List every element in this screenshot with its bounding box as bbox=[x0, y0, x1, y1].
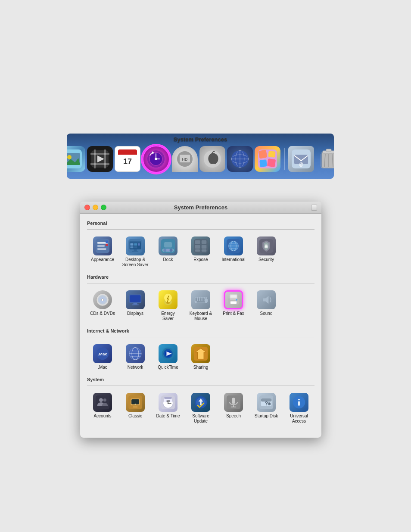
dock-icon-collage[interactable] bbox=[255, 146, 280, 172]
dock-icon-email[interactable]: @ bbox=[288, 146, 314, 172]
svg-rect-68 bbox=[195, 240, 200, 244]
svg-point-158 bbox=[268, 403, 270, 405]
mac-label: .Mac bbox=[98, 365, 107, 370]
startup-icon: ? bbox=[257, 393, 276, 412]
displays-label: Displays bbox=[127, 311, 143, 316]
software-label: SoftwareUpdate bbox=[192, 414, 209, 424]
pref-item-security[interactable]: Security bbox=[251, 234, 282, 270]
pref-item-expose[interactable]: Exposé bbox=[185, 234, 216, 270]
svg-point-64 bbox=[166, 249, 169, 252]
international-label: International bbox=[221, 257, 245, 262]
pref-item-mac[interactable]: .Mac .Mac bbox=[87, 342, 118, 373]
svg-rect-31 bbox=[258, 150, 267, 159]
dock-title: System Preferences bbox=[174, 136, 227, 143]
pref-item-network[interactable]: Network bbox=[120, 342, 151, 373]
section-label-hardware: Hardware bbox=[87, 274, 314, 280]
dock-icon-finder[interactable]: HD bbox=[172, 146, 198, 172]
svg-rect-53 bbox=[130, 241, 141, 243]
section-label-internet: Internet & Network bbox=[87, 328, 314, 333]
svg-rect-100 bbox=[200, 298, 202, 299]
pref-item-cds[interactable]: CDs & DVDs bbox=[87, 288, 118, 324]
pref-item-quicktime[interactable]: QuickTime bbox=[153, 342, 184, 373]
quicktime-label: QuickTime bbox=[158, 365, 178, 370]
svg-rect-95 bbox=[166, 302, 170, 303]
svg-rect-58 bbox=[138, 243, 140, 246]
pref-item-international[interactable]: International bbox=[218, 234, 249, 270]
dock-icon-apple[interactable] bbox=[199, 146, 225, 172]
pref-item-desktop[interactable]: Desktop &Screen Saver bbox=[120, 234, 151, 270]
accounts-label: Accounts bbox=[93, 414, 111, 419]
dock-icon-photos[interactable] bbox=[67, 146, 85, 172]
international-icon bbox=[224, 236, 243, 255]
svg-rect-136 bbox=[131, 399, 139, 404]
security-label: Security bbox=[258, 257, 274, 262]
printfax-icon bbox=[224, 290, 243, 309]
svg-point-161 bbox=[298, 399, 300, 401]
energy-label: EnergySaver bbox=[161, 311, 175, 321]
svg-rect-103 bbox=[196, 299, 197, 301]
svg-rect-8 bbox=[94, 149, 96, 168]
pref-item-displays[interactable]: Displays bbox=[120, 288, 151, 324]
pref-item-accounts[interactable]: Accounts bbox=[87, 390, 118, 426]
svg-rect-115 bbox=[230, 295, 237, 297]
sharing-icon bbox=[191, 344, 210, 363]
pref-item-appearance[interactable]: Appearance bbox=[87, 234, 118, 270]
dock-icon-pref bbox=[159, 236, 177, 255]
svg-rect-32 bbox=[268, 151, 275, 157]
svg-rect-113 bbox=[230, 302, 237, 304]
svg-rect-137 bbox=[133, 406, 138, 408]
dock-icon-globe[interactable] bbox=[227, 146, 253, 172]
pref-item-printfax[interactable]: Print & Fax bbox=[218, 288, 249, 324]
pref-item-keyboard[interactable]: Keyboard &Mouse bbox=[185, 288, 216, 324]
svg-rect-106 bbox=[202, 299, 204, 301]
dock-icon-time-machine[interactable] bbox=[142, 145, 170, 173]
cds-icon bbox=[93, 290, 112, 309]
svg-rect-83 bbox=[265, 246, 268, 248]
sound-label: Sound bbox=[260, 311, 273, 316]
svg-rect-48 bbox=[97, 248, 106, 250]
svg-rect-56 bbox=[130, 243, 133, 246]
pref-item-software[interactable]: SoftwareUpdate bbox=[185, 390, 216, 426]
pref-item-sound[interactable]: Sound bbox=[251, 288, 282, 324]
svg-rect-105 bbox=[200, 299, 202, 301]
appearance-icon bbox=[93, 236, 112, 255]
displays-icon bbox=[126, 290, 145, 309]
svg-rect-71 bbox=[202, 245, 207, 249]
pref-item-classic[interactable]: Classic bbox=[120, 390, 151, 426]
pref-item-sharing[interactable]: Sharing bbox=[185, 342, 216, 373]
svg-point-65 bbox=[170, 249, 173, 252]
svg-rect-73 bbox=[202, 249, 207, 252]
svg-rect-66 bbox=[164, 242, 172, 247]
window-controls bbox=[84, 205, 106, 210]
svg-point-138 bbox=[135, 404, 136, 405]
pref-item-startup[interactable]: ? Startup Disk bbox=[251, 390, 282, 426]
close-button[interactable] bbox=[84, 205, 90, 210]
svg-text:?: ? bbox=[265, 401, 268, 407]
hardware-grid: CDs & DVDs Displays bbox=[87, 288, 314, 324]
minimize-button[interactable] bbox=[93, 205, 98, 210]
dock-label: Dock bbox=[163, 257, 173, 262]
maximize-button[interactable] bbox=[101, 205, 106, 210]
pref-item-speech[interactable]: Speech bbox=[218, 390, 249, 426]
dock-icon-trash[interactable] bbox=[316, 146, 334, 172]
zoom-button[interactable] bbox=[311, 205, 317, 211]
pref-item-datetime[interactable]: 18 Date & Time bbox=[153, 390, 184, 426]
svg-rect-7 bbox=[90, 163, 109, 165]
dock-icon-movie[interactable] bbox=[87, 146, 113, 172]
pref-item-dock[interactable]: Dock bbox=[153, 234, 184, 270]
svg-rect-34 bbox=[267, 159, 275, 167]
svg-rect-72 bbox=[195, 249, 200, 252]
svg-rect-101 bbox=[202, 298, 204, 299]
svg-rect-54 bbox=[134, 249, 137, 251]
mac-icon: .Mac bbox=[93, 344, 112, 363]
dock-icon-calendar[interactable]: 17 bbox=[115, 146, 140, 172]
svg-text:18: 18 bbox=[166, 399, 170, 403]
svg-rect-49 bbox=[106, 241, 108, 243]
svg-rect-90 bbox=[130, 295, 141, 302]
cds-label: CDs & DVDs bbox=[90, 311, 115, 316]
window-body: Personal Appearance bbox=[80, 214, 321, 438]
accounts-icon bbox=[93, 393, 112, 412]
pref-item-energy[interactable]: EnergySaver bbox=[153, 288, 184, 324]
window-titlebar: System Preferences bbox=[80, 202, 321, 214]
pref-item-universal[interactable]: UniversalAccess bbox=[283, 390, 314, 426]
